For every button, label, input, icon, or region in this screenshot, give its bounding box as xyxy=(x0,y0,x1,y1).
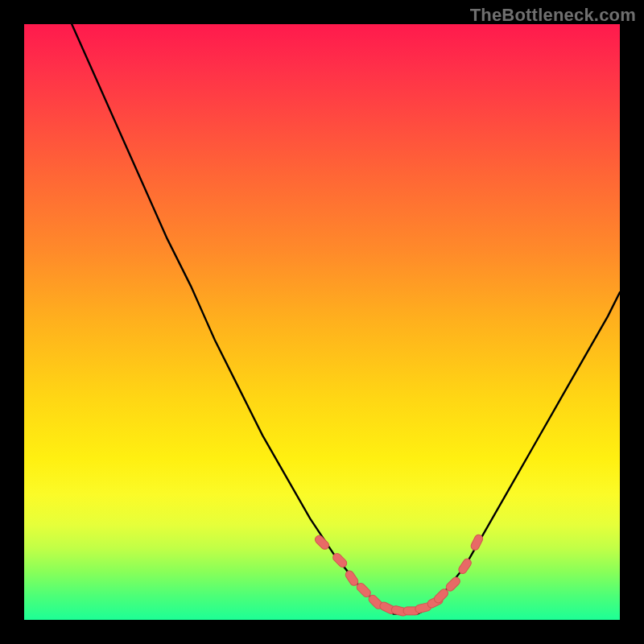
curve-marker xyxy=(444,576,461,592)
curve-marker xyxy=(344,569,359,587)
curve-marker xyxy=(332,551,349,568)
chart-stage: TheBottleneck.com xyxy=(0,0,644,644)
curve-marker xyxy=(469,534,484,551)
curve-layer xyxy=(24,24,620,620)
plot-area xyxy=(24,24,620,620)
bottleneck-curve xyxy=(72,24,620,614)
curve-marker xyxy=(457,557,473,575)
curve-marker xyxy=(313,534,330,551)
watermark-text: TheBottleneck.com xyxy=(470,5,636,26)
